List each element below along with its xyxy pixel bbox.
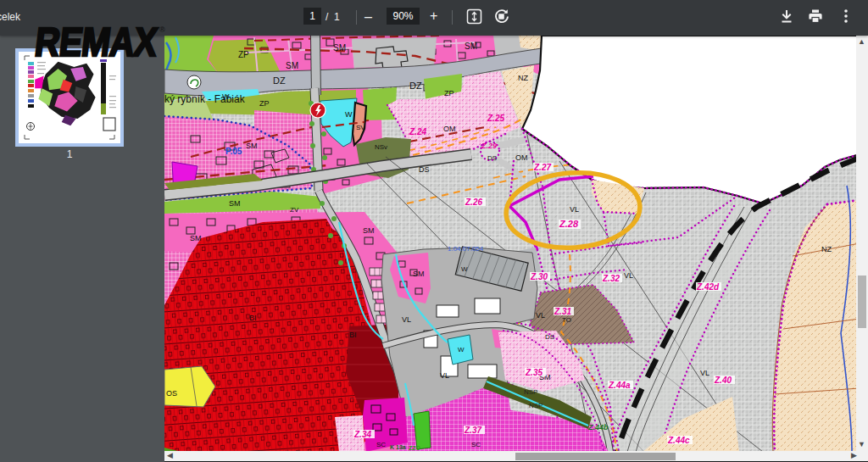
svg-text:NSP: NSP xyxy=(524,388,537,396)
svg-text:DS: DS xyxy=(487,154,497,162)
svg-text:DS: DS xyxy=(419,165,430,174)
svg-text:DS: DS xyxy=(545,333,554,341)
svg-text:SV: SV xyxy=(356,124,365,131)
svg-text:SM: SM xyxy=(286,61,298,70)
svg-text:W: W xyxy=(345,110,353,119)
svg-text:W: W xyxy=(461,265,468,273)
svg-text:P.05: P.05 xyxy=(225,147,242,156)
svg-text:VL: VL xyxy=(536,311,545,320)
svg-text:ZP: ZP xyxy=(259,99,270,108)
svg-text:OM: OM xyxy=(515,153,528,162)
svg-text:ký rybník - Fabiák: ký rybník - Fabiák xyxy=(164,93,246,105)
svg-text:Z.42d: Z.42d xyxy=(696,282,720,292)
svg-text:Z.30: Z.30 xyxy=(530,272,548,281)
svg-text:DZ: DZ xyxy=(273,75,286,86)
svg-text:SC: SC xyxy=(471,441,481,448)
svg-text:ZZO: ZZO xyxy=(409,445,421,451)
svg-text:Z.37: Z.37 xyxy=(464,426,481,435)
svg-text:NZ: NZ xyxy=(518,74,528,82)
svg-text:TO: TO xyxy=(562,316,571,324)
svg-text:Z.31: Z.31 xyxy=(554,307,571,316)
svg-text:Z.44a: Z.44a xyxy=(608,381,631,390)
svg-text:Z.35: Z.35 xyxy=(525,368,542,377)
svg-text:VL: VL xyxy=(624,271,633,280)
svg-text:NSv: NSv xyxy=(375,143,387,151)
svg-text:Z.27: Z.27 xyxy=(533,163,551,172)
svg-text:SM: SM xyxy=(363,226,375,235)
svg-text:DZ: DZ xyxy=(409,81,422,91)
svg-text:SM: SM xyxy=(333,43,346,53)
svg-text:SM: SM xyxy=(229,199,241,208)
svg-text:OS: OS xyxy=(166,389,177,398)
svg-text:W: W xyxy=(458,346,465,353)
svg-text:Z.29: Z.29 xyxy=(481,142,497,150)
svg-text:NZ: NZ xyxy=(821,245,832,253)
svg-text:Z.34: Z.34 xyxy=(353,430,371,439)
svg-text:NSP: NSP xyxy=(529,402,542,409)
svg-text:SM: SM xyxy=(413,270,425,278)
svg-text:Z.26: Z.26 xyxy=(465,198,482,207)
svg-text:VL: VL xyxy=(570,205,579,214)
svg-text:VL: VL xyxy=(700,369,709,377)
svg-text:SM: SM xyxy=(246,142,258,150)
svg-text:SM: SM xyxy=(190,234,202,242)
svg-text:1.04.07.054: 1.04.07.054 xyxy=(448,245,484,253)
svg-text:Z.32: Z.32 xyxy=(602,274,620,283)
svg-text:VL: VL xyxy=(402,315,411,324)
svg-text:Z.24: Z.24 xyxy=(409,127,426,136)
svg-text:Z.25: Z.25 xyxy=(487,114,504,123)
svg-text:VL: VL xyxy=(440,371,449,380)
svg-text:K 13a: K 13a xyxy=(390,444,406,450)
svg-text:BI: BI xyxy=(349,331,357,339)
svg-text:Z.28: Z.28 xyxy=(559,219,579,229)
svg-text:ZV: ZV xyxy=(290,206,299,214)
svg-text:ZP: ZP xyxy=(238,50,249,59)
svg-text:Z.40: Z.40 xyxy=(714,376,732,385)
svg-text:Z.44c: Z.44c xyxy=(667,436,690,445)
svg-text:OM: OM xyxy=(443,125,456,133)
svg-text:BI: BI xyxy=(249,314,257,322)
svg-text:ZP: ZP xyxy=(444,89,454,97)
svg-text:SM: SM xyxy=(465,42,477,51)
svg-text:SC: SC xyxy=(376,441,386,448)
svg-text:Z.44b: Z.44b xyxy=(587,423,609,431)
